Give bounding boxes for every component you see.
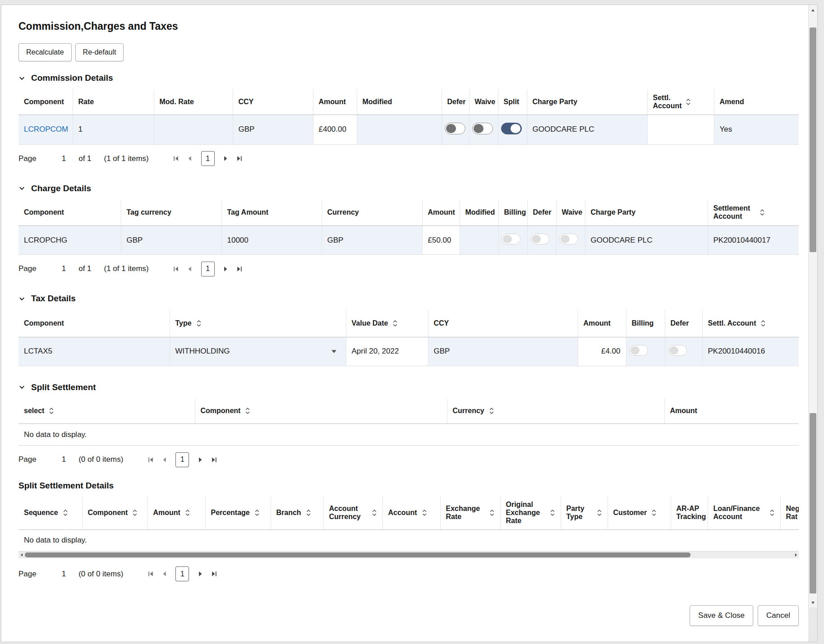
col-select[interactable]: select	[18, 399, 195, 424]
cell-tag-currency: GBP	[121, 226, 221, 255]
billing-toggle[interactable]	[502, 234, 520, 244]
col-component: Component	[18, 200, 121, 226]
amount-field[interactable]: £400.00	[313, 115, 357, 144]
col-account[interactable]: Account	[382, 496, 440, 529]
split-settlement-details-table: Sequence Component Amount	[18, 496, 799, 552]
table-row: LCTAX5 WITHHOLDING April 20, 2022 GBP £4…	[18, 337, 799, 366]
col-account-currency[interactable]: Account Currency	[323, 496, 382, 529]
waive-toggle[interactable]	[559, 234, 578, 244]
first-page-button[interactable]	[170, 265, 183, 273]
section-title: Split Settlement	[31, 382, 96, 392]
charge-details-header[interactable]: Charge Details	[18, 184, 799, 193]
page-items-text: (0 of 0 items)	[78, 455, 123, 464]
current-page-box[interactable]: 1	[175, 566, 189, 581]
next-page-button[interactable]	[219, 265, 233, 273]
first-page-button[interactable]	[144, 570, 157, 578]
defer-toggle[interactable]	[530, 234, 549, 244]
scroll-down-arrow[interactable]	[809, 598, 817, 607]
col-amount: Amount	[578, 310, 626, 337]
cell-settlement-account: PK20010440017	[708, 226, 799, 255]
col-value-date[interactable]: Value Date	[346, 310, 428, 337]
col-amount[interactable]: Amount	[147, 496, 205, 529]
col-customer[interactable]: Customer	[608, 496, 671, 529]
col-modified: Modified	[460, 200, 498, 226]
amount-field[interactable]: £4.00	[578, 337, 626, 366]
prev-page-button[interactable]	[183, 265, 197, 273]
col-party-type[interactable]: Party Type	[561, 496, 608, 529]
amount-field[interactable]: £50.00	[422, 226, 460, 255]
defer-toggle[interactable]	[668, 345, 687, 356]
section-title: Charge Details	[31, 184, 91, 193]
save-close-button[interactable]: Save & Close	[690, 605, 753, 626]
prev-page-button[interactable]	[157, 456, 171, 464]
col-component[interactable]: Component	[195, 399, 447, 424]
col-loan-finance-account[interactable]: Loan/Finance Account	[708, 496, 780, 529]
tax-table: Component Type Value Date CCY Amount Bil…	[18, 310, 799, 366]
next-page-button[interactable]	[193, 570, 207, 578]
horizontal-scrollbar-thumb[interactable]	[25, 552, 691, 557]
scroll-right-arrow[interactable]	[793, 552, 799, 557]
cell-settl-account: PK20010440016	[702, 337, 799, 366]
col-branch[interactable]: Branch	[271, 496, 323, 529]
prev-page-button[interactable]	[157, 570, 171, 578]
col-currency[interactable]: Currency	[447, 399, 664, 424]
prev-page-button[interactable]	[183, 155, 197, 162]
footer-actions: Save & Close Cancel	[18, 605, 799, 626]
scroll-left-arrow[interactable]	[18, 552, 24, 557]
cell-modified	[460, 226, 498, 255]
commission-pagination: Page 1 of 1 (1 of 1 items) 1	[18, 150, 799, 167]
vertical-scrollbar-thumb[interactable]	[810, 413, 816, 593]
sort-icon	[185, 509, 190, 516]
col-percentage[interactable]: Percentage	[205, 496, 271, 529]
last-page-button[interactable]	[207, 570, 221, 578]
vertical-scrollbar[interactable]	[808, 5, 817, 607]
settl-account-field[interactable]	[647, 115, 714, 144]
col-tag-currency: Tag currency	[121, 200, 221, 226]
chevron-down-icon	[18, 75, 25, 82]
col-ccy: CCY	[428, 310, 578, 337]
commission-charges-taxes-panel: Commission,Charges and Taxes Recalculate…	[1, 5, 818, 642]
next-page-button[interactable]	[193, 456, 207, 464]
page-number: 1	[62, 264, 66, 273]
col-defer: Defer	[527, 200, 556, 226]
last-page-button[interactable]	[233, 155, 246, 162]
commission-details-header[interactable]: Commission Details	[18, 73, 799, 83]
type-select[interactable]: WITHHOLDING	[170, 337, 346, 366]
col-settl-account[interactable]: Settl. Account	[647, 89, 714, 115]
scroll-up-arrow[interactable]	[809, 5, 817, 15]
cancel-button[interactable]: Cancel	[758, 605, 799, 626]
page-of-text: of 1	[78, 264, 91, 273]
last-page-button[interactable]	[233, 265, 246, 273]
next-page-button[interactable]	[219, 155, 233, 162]
split-settlement-header[interactable]: Split Settlement	[18, 382, 799, 392]
col-component: Component	[18, 310, 170, 337]
billing-toggle[interactable]	[629, 345, 648, 356]
split-toggle[interactable]	[501, 123, 522, 134]
col-component[interactable]: Component	[82, 496, 147, 529]
waive-toggle[interactable]	[472, 123, 493, 134]
page-items-text: (1 of 1 items)	[104, 154, 149, 163]
current-page-box[interactable]: 1	[201, 262, 215, 276]
value-date-field[interactable]: April 20, 2022	[346, 337, 428, 366]
horizontal-scrollbar[interactable]	[18, 552, 799, 558]
current-page-box[interactable]: 1	[201, 151, 215, 166]
first-page-button[interactable]	[144, 456, 157, 464]
col-exchange-rate[interactable]: Exchange Rate	[440, 496, 500, 529]
chevron-down-icon	[18, 384, 25, 391]
no-data-row: No data to display.	[18, 424, 799, 446]
col-settl-account[interactable]: Settl. Account	[702, 310, 799, 337]
recalculate-button[interactable]: Recalculate	[18, 43, 72, 61]
current-page-box[interactable]: 1	[175, 452, 189, 467]
col-settlement-account[interactable]: Settlement Account	[708, 200, 799, 226]
col-original-exchange-rate[interactable]: Original Exchange Rate	[500, 496, 561, 529]
defer-toggle[interactable]	[445, 123, 465, 134]
vertical-scrollbar-thumb[interactable]	[810, 28, 816, 252]
tax-details-header[interactable]: Tax Details	[18, 294, 799, 304]
col-sequence[interactable]: Sequence	[18, 496, 82, 529]
redefault-button[interactable]: Re-default	[75, 43, 124, 61]
sort-icon	[597, 509, 602, 516]
component-link[interactable]: LCROPCOM	[24, 125, 68, 133]
first-page-button[interactable]	[170, 155, 183, 162]
last-page-button[interactable]	[207, 456, 221, 464]
col-type[interactable]: Type	[170, 310, 346, 337]
